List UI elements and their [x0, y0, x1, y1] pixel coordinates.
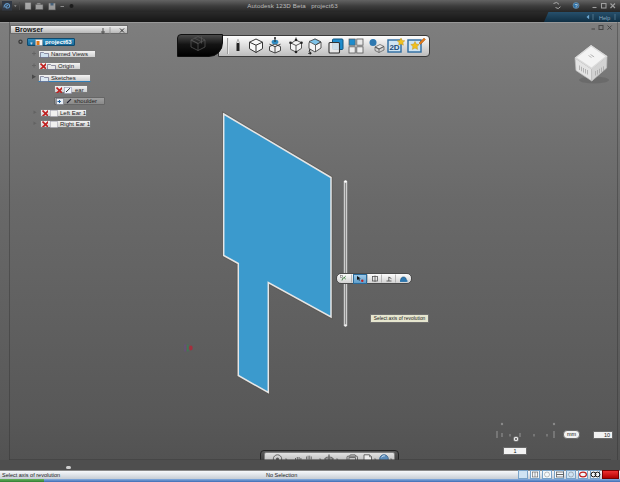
svg-text:Help: Help: [599, 15, 610, 21]
svg-text:2D: 2D: [389, 43, 399, 52]
svg-text:?: ?: [574, 3, 577, 9]
